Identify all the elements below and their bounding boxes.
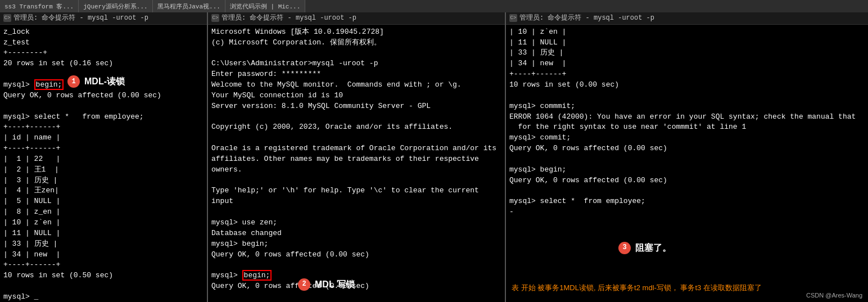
- annotation-1-text: MDL-读锁: [84, 75, 125, 88]
- browser-tabs: ss3 Transform 客... jQuery源码分析系... 黑马程序员J…: [0, 0, 868, 12]
- terminal-window-3: C> 管理员: 命令提示符 - mysql -uroot -p | 10 | z…: [506, 12, 868, 302]
- bottom-annotation: 表 开始 被事务1MDL读锁, 后来被事务t2 mdl-写锁， 事务t3 在读取…: [512, 282, 762, 294]
- annotation-1: 1 MDL-读锁: [67, 75, 125, 88]
- terminal-1-icon: C>: [3, 14, 11, 22]
- terminal-1-title: 管理员: 命令提示符 - mysql -uroot -p: [13, 13, 148, 23]
- annotation-3-text: 阻塞了。: [635, 242, 671, 254]
- terminal-3-title: 管理员: 命令提示符 - mysql -uroot -p: [519, 13, 654, 23]
- watermark: CSDN @Ares-Wang: [806, 291, 862, 300]
- tab-ss3-label: ss3 Transform 客...: [4, 2, 74, 11]
- annotation-3-circle: 3: [618, 242, 631, 254]
- watermark-text: CSDN @Ares-Wang: [806, 292, 862, 299]
- terminal-2-titlebar: C> 管理员: 命令提示符 - mysql -uroot -p: [208, 12, 505, 25]
- annotation-2: 2 MDL 写锁: [298, 278, 355, 291]
- terminal-2-pre: Microsoft Windows [版本 10.0.19045.2728] (…: [211, 27, 501, 302]
- terminal-1-titlebar: C> 管理员: 命令提示符 - mysql -uroot -p: [0, 12, 207, 25]
- annotation-2-circle: 2: [298, 278, 310, 291]
- terminal-3-icon: C>: [509, 14, 517, 22]
- terminal-3-body: | 10 | z`en | | 11 | NULL | | 33 | 历史 | …: [506, 25, 868, 302]
- terminal-3-titlebar: C> 管理员: 命令提示符 - mysql -uroot -p: [506, 12, 868, 25]
- tab-jquery-label: jQuery源码分析系...: [83, 2, 147, 11]
- tab-code-label: 浏览代码示例 | Mic...: [230, 2, 300, 11]
- bottom-text: 表 开始 被事务1MDL读锁, 后来被事务t2 mdl-写锁， 事务t3 在读取…: [512, 283, 762, 292]
- annotation-3: 3 阻塞了。: [618, 242, 671, 254]
- tab-jquery[interactable]: jQuery源码分析系...: [79, 0, 152, 12]
- terminal-1-pre: z_lock z_test +--------+ 20 rows in set …: [3, 27, 204, 302]
- browser-bar: ss3 Transform 客... jQuery源码分析系... 黑马程序员J…: [0, 0, 868, 12]
- terminal-window-1: C> 管理员: 命令提示符 - mysql -uroot -p z_lock z…: [0, 12, 208, 302]
- tab-ss3[interactable]: ss3 Transform 客...: [0, 0, 79, 12]
- terminal-2-title: 管理员: 命令提示符 - mysql -uroot -p: [221, 13, 356, 23]
- terminal-2-body: Microsoft Windows [版本 10.0.19045.2728] (…: [208, 25, 505, 302]
- tab-heima-label: 黑马程序员Java视...: [157, 2, 220, 11]
- terminal-3-pre: | 10 | z`en | | 11 | NULL | | 33 | 历史 | …: [509, 27, 865, 218]
- terminal-1-body: z_lock z_test +--------+ 20 rows in set …: [0, 25, 207, 302]
- annotation-2-text: MDL 写锁: [315, 278, 355, 291]
- terminal-2-icon: C>: [211, 14, 219, 22]
- annotation-1-circle: 1: [67, 75, 80, 88]
- tab-heima[interactable]: 黑马程序员Java视...: [153, 0, 225, 12]
- main-content: C> 管理员: 命令提示符 - mysql -uroot -p z_lock z…: [0, 12, 868, 302]
- tab-code[interactable]: 浏览代码示例 | Mic...: [225, 0, 305, 12]
- terminal-window-2: C> 管理员: 命令提示符 - mysql -uroot -p Microsof…: [208, 12, 506, 302]
